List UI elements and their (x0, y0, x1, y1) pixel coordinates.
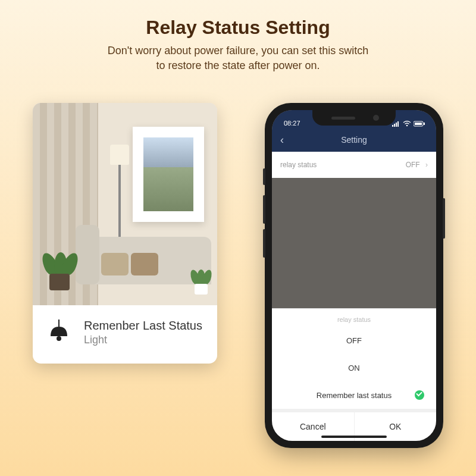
option-remember-last[interactable]: Remember last status (272, 381, 436, 409)
phone-screen: 08:27 ‹ Setting relay status OFF › (272, 110, 436, 441)
page-subtitle: Don't worry about power failure, you can… (0, 43, 476, 73)
svg-rect-3 (394, 124, 395, 127)
subtitle-line: Don't worry about power failure, you can… (108, 45, 369, 57)
svg-rect-4 (396, 123, 397, 127)
svg-rect-2 (392, 125, 393, 127)
row-label: relay status (280, 161, 317, 169)
svg-rect-5 (397, 121, 399, 127)
signal-icon (392, 121, 400, 127)
room-illustration (33, 103, 217, 305)
status-icons (392, 121, 425, 127)
header: Relay Status Setting Don't worry about p… (0, 0, 476, 73)
phone-notch (312, 110, 396, 126)
page-title: Relay Status Setting (0, 17, 476, 39)
subtitle-line: to restore the state after power on. (156, 60, 320, 71)
phone-frame: 08:27 ‹ Setting relay status OFF › (265, 103, 443, 448)
row-value: OFF (406, 161, 420, 169)
action-sheet: relay status OFF ON Remember last status… (272, 308, 436, 441)
battery-icon (414, 121, 425, 127)
wifi-icon (403, 121, 411, 127)
option-on[interactable]: ON (272, 354, 436, 381)
home-indicator[interactable] (321, 436, 387, 438)
svg-rect-9 (415, 123, 422, 125)
card-sublabel: Light (84, 334, 202, 346)
card-footer: Remenber Last Status Light (33, 305, 217, 364)
sheet-title: relay status (272, 309, 436, 327)
card-text: Remenber Last Status Light (84, 319, 202, 346)
status-time: 08:27 (284, 120, 300, 127)
app-navbar: ‹ Setting (272, 128, 436, 152)
svg-point-6 (406, 125, 408, 127)
svg-rect-8 (424, 123, 425, 125)
feature-card: Remenber Last Status Light (33, 103, 217, 364)
option-off[interactable]: OFF (272, 327, 436, 354)
pendant-lamp-icon (45, 318, 73, 347)
row-value-wrap: OFF › (406, 161, 428, 169)
chevron-right-icon: › (425, 161, 428, 169)
back-button[interactable]: ‹ (280, 134, 284, 146)
content-row: Remenber Last Status Light 08:27 ‹ (0, 73, 476, 448)
card-label: Remenber Last Status (84, 319, 202, 333)
navbar-title: Setting (272, 135, 436, 145)
svg-point-1 (57, 336, 61, 341)
relay-status-row[interactable]: relay status OFF › (272, 152, 436, 178)
